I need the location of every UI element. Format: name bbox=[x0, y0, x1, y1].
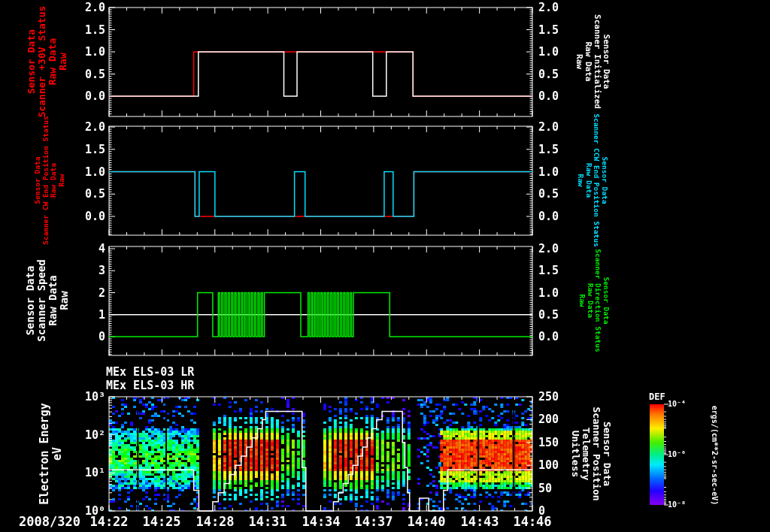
y-tick-label-left: 1 bbox=[69, 308, 105, 322]
spectrogram-position-tick-label: 200 bbox=[538, 413, 559, 426]
y-tick-label-left: 0.0 bbox=[69, 89, 105, 103]
x-tick-label: 14:28 bbox=[189, 514, 241, 529]
y-tick-label-left: 2 bbox=[69, 286, 105, 300]
y-tick-label-left: 2.0 bbox=[69, 1, 105, 14]
x-tick-label: 14:43 bbox=[453, 514, 506, 529]
spectrogram-position-tick-label: 100 bbox=[538, 458, 559, 472]
y-tick-label-right: 1.5 bbox=[538, 264, 559, 277]
x-tick-label: 14:25 bbox=[135, 514, 188, 529]
y-tick-label-left: 0.0 bbox=[69, 210, 105, 223]
els-quicklook-plot: Sensor Data Scanner +30V Status Raw Data… bbox=[0, 0, 770, 532]
panel2-right-axis-label: Sensor Data Scanner CCW End Position Sta… bbox=[577, 113, 608, 246]
y-tick-label-left: 0 bbox=[69, 330, 105, 343]
x-tick-label: 14:37 bbox=[347, 514, 400, 529]
spectrogram-position-tick-label: 150 bbox=[538, 436, 559, 449]
x-tick-label: 14:34 bbox=[295, 514, 347, 529]
y-tick-label-right: 2.0 bbox=[538, 242, 559, 255]
scanner-30v-status-line bbox=[109, 52, 532, 96]
y-tick-label-left: 3 bbox=[69, 264, 105, 277]
y-tick-label-left: 1.0 bbox=[69, 45, 105, 59]
spectrogram-left-axis-label: Electron Energy eV bbox=[38, 403, 64, 504]
y-tick-label-right: 1.5 bbox=[538, 143, 559, 156]
plot-border bbox=[109, 8, 532, 116]
x-tick-label: 14:31 bbox=[241, 514, 294, 529]
plot-border bbox=[109, 246, 532, 355]
y-tick-label-right: 0.5 bbox=[538, 308, 559, 322]
panel1-right-axis-label: Sensor Data Scanner Initialized Raw Data… bbox=[574, 14, 611, 109]
spectrogram-title-hr: MEx ELS-03 HR bbox=[106, 379, 194, 392]
x-tick-label: 14:46 bbox=[506, 514, 559, 529]
x-tick-label: 14:22 bbox=[83, 514, 135, 529]
y-tick-label-right: 1.0 bbox=[538, 45, 559, 59]
x-tick-label: 14:40 bbox=[400, 514, 453, 529]
spectrogram-title-lr: MEx ELS-03 LR bbox=[106, 365, 194, 379]
y-tick-label-left: 2.0 bbox=[69, 120, 105, 134]
y-tick-label-left: 1.5 bbox=[69, 23, 105, 37]
y-tick-label-left: 1.5 bbox=[69, 143, 105, 156]
panel2-left-axis-label: Sensor Data Scanner CW End Position Stat… bbox=[34, 116, 65, 245]
spectrogram-energy-tick-label: 10¹ bbox=[69, 466, 105, 479]
spectrogram-energy-tick-label: 10² bbox=[69, 428, 105, 442]
colorbar-tick-label: 10⁻⁸ bbox=[668, 500, 686, 509]
plot-border bbox=[109, 126, 532, 235]
colorbar-tick-label: 10⁻⁶ bbox=[668, 450, 686, 458]
spectrogram-canvas bbox=[109, 397, 532, 511]
scanner-initialized-line bbox=[109, 52, 532, 96]
y-tick-label-left: 0.5 bbox=[69, 187, 105, 201]
y-tick-label-left: 4 bbox=[69, 242, 105, 255]
y-tick-label-right: 0.5 bbox=[538, 187, 559, 201]
panel3-right-axis-label: Sensor Data Scanner Direction Status Raw… bbox=[578, 249, 610, 352]
colorbar-gradient bbox=[650, 404, 664, 505]
scanner-direction-status-line bbox=[109, 293, 532, 337]
panel1-left-axis-label: Sensor Data Scanner +30V Status Raw Data… bbox=[26, 6, 68, 118]
scanner-ccw-end-position-line bbox=[109, 172, 532, 217]
y-tick-label-right: 2.0 bbox=[538, 1, 559, 14]
y-tick-label-left: 0.5 bbox=[69, 68, 105, 81]
y-tick-label-right: 0.0 bbox=[538, 210, 559, 223]
spectrogram-energy-tick-label: 10³ bbox=[69, 390, 105, 404]
y-tick-label-right: 2.0 bbox=[538, 120, 559, 134]
panel3-left-axis-label: Sensor Data Scanner Speed Raw Data Raw bbox=[25, 259, 70, 342]
y-tick-label-left: 1.0 bbox=[69, 165, 105, 179]
spectrogram-right-axis-label: Sensor Data Scanner Position Telemetry U… bbox=[570, 407, 612, 500]
y-tick-label-right: 0.5 bbox=[538, 68, 559, 81]
colorbar-tick-label: 10⁻⁴ bbox=[668, 400, 686, 408]
colorbar-title: DEF bbox=[649, 391, 665, 402]
colorbar-unit-label: ergs/(cm**2-sr-sec-eV) bbox=[711, 406, 718, 505]
y-tick-label-right: 0.0 bbox=[538, 330, 559, 343]
y-tick-label-right: 1.0 bbox=[538, 165, 559, 179]
y-tick-label-right: 1.5 bbox=[538, 23, 559, 37]
scanner-cw-end-position-line bbox=[109, 172, 532, 217]
spectrogram-position-tick-label: 50 bbox=[538, 482, 552, 495]
y-tick-label-right: 1.0 bbox=[538, 286, 559, 300]
y-tick-label-right: 0.0 bbox=[538, 89, 559, 103]
spectrogram-position-tick-label: 250 bbox=[538, 390, 559, 404]
